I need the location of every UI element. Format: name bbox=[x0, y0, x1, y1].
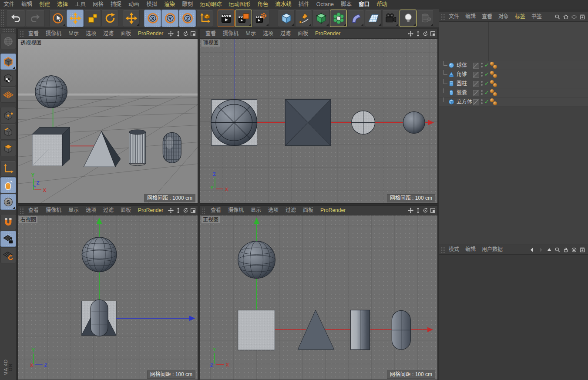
spline-pen-button[interactable] bbox=[295, 10, 312, 27]
history-back-icon[interactable] bbox=[529, 247, 535, 253]
lock-x-axis-button[interactable]: X bbox=[144, 10, 161, 27]
coordinate-system-button[interactable] bbox=[196, 10, 213, 27]
cube-object[interactable] bbox=[32, 127, 70, 166]
convert-object-button[interactable] bbox=[0, 33, 16, 49]
lock-workplane-button[interactable] bbox=[0, 231, 16, 247]
light-button[interactable] bbox=[400, 10, 417, 27]
up-level-icon[interactable] bbox=[546, 247, 552, 253]
tag-dot-icon[interactable] bbox=[493, 83, 497, 87]
deformer-button[interactable] bbox=[347, 10, 364, 27]
move-tool-button[interactable] bbox=[67, 10, 84, 27]
redo-button[interactable] bbox=[26, 10, 45, 27]
pan-view-icon[interactable] bbox=[168, 208, 174, 213]
layer-toggle[interactable] bbox=[473, 72, 479, 78]
model-mode-button[interactable] bbox=[0, 54, 16, 70]
primitive-cube-button[interactable] bbox=[278, 10, 295, 27]
tag-dot-icon[interactable] bbox=[493, 92, 497, 96]
capsule-object[interactable] bbox=[163, 132, 181, 163]
menu-item[interactable]: 插件 bbox=[295, 0, 313, 9]
object-row[interactable]: 球体 ✓ bbox=[439, 61, 588, 70]
cylinder-object[interactable] bbox=[129, 130, 146, 166]
toggle-view-icon[interactable] bbox=[190, 208, 196, 213]
viewport-menu-item[interactable]: 显示 bbox=[242, 30, 259, 38]
viewport-menu-item[interactable]: 查看 bbox=[207, 206, 225, 215]
camera-button[interactable] bbox=[382, 10, 399, 27]
lock-z-axis-button[interactable]: Z bbox=[179, 10, 196, 27]
viewport-menu-item[interactable]: 查看 bbox=[202, 30, 219, 38]
object-manager-empty-area[interactable] bbox=[439, 107, 588, 245]
toggle-view-icon[interactable] bbox=[430, 208, 436, 213]
visibility-dots[interactable] bbox=[481, 90, 483, 95]
viewport-menu-item[interactable]: 摄像机 bbox=[42, 206, 65, 215]
add-panel-icon[interactable] bbox=[579, 247, 585, 253]
rotate-view-icon[interactable] bbox=[423, 31, 428, 37]
object-name[interactable]: 球体 bbox=[457, 61, 467, 70]
solo-mode-button[interactable]: S bbox=[0, 194, 16, 210]
object-name[interactable]: 角锥 bbox=[457, 70, 467, 79]
polygons-mode-button[interactable] bbox=[0, 140, 16, 156]
viewport-menu-item[interactable]: 选项 bbox=[82, 30, 100, 38]
viewport-drag-handle[interactable] bbox=[202, 207, 206, 214]
enabled-check-icon[interactable]: ✓ bbox=[484, 71, 489, 77]
zoom-view-icon[interactable] bbox=[415, 31, 421, 37]
menu-item[interactable]: 创建 bbox=[36, 0, 54, 9]
viewport-menu-item[interactable]: ProRender bbox=[134, 206, 167, 215]
object-row[interactable]: 角锥 ✓ bbox=[439, 70, 588, 79]
live-selection-button[interactable] bbox=[49, 10, 66, 27]
sphere-object[interactable] bbox=[82, 237, 117, 272]
object-row[interactable]: 胶囊 ✓ bbox=[439, 88, 588, 98]
enabled-check-icon[interactable]: ✓ bbox=[484, 89, 489, 96]
viewport-menu-item[interactable]: 摄像机 bbox=[42, 30, 65, 38]
menu-item[interactable]: 编辑 bbox=[18, 0, 36, 9]
zoom-view-icon[interactable] bbox=[175, 31, 181, 37]
layer-toggle[interactable] bbox=[473, 99, 479, 105]
viewport-menu-item[interactable]: 显示 bbox=[247, 206, 265, 215]
object-manager-menu-item[interactable]: 标签 bbox=[512, 13, 528, 21]
viewport-right-canvas[interactable]: 右视图 bbox=[18, 215, 198, 380]
viewport-drag-handle[interactable] bbox=[20, 30, 24, 37]
viewport-menu-item[interactable]: ProRender bbox=[317, 206, 349, 215]
viewport-menu-item[interactable]: 查看 bbox=[25, 206, 42, 215]
capsule-object[interactable] bbox=[91, 299, 108, 336]
last-used-tool-button[interactable] bbox=[123, 10, 140, 27]
floor-environment-button[interactable] bbox=[365, 10, 382, 27]
points-mode-button[interactable] bbox=[0, 107, 16, 123]
search-icon[interactable] bbox=[554, 247, 561, 253]
enabled-check-icon[interactable]: ✓ bbox=[484, 98, 489, 105]
viewport-menu-item[interactable]: 过滤 bbox=[100, 206, 117, 215]
cube-object[interactable] bbox=[238, 310, 275, 350]
menu-item[interactable]: 运动图形 bbox=[225, 0, 254, 9]
mode-toolbar-drag-handle[interactable] bbox=[2, 29, 14, 32]
sphere-object[interactable] bbox=[211, 100, 257, 146]
zoom-view-icon[interactable] bbox=[175, 208, 181, 213]
enable-snap-button[interactable] bbox=[0, 214, 16, 230]
object-manager-menu-item[interactable]: 文件 bbox=[446, 13, 462, 21]
search-icon[interactable] bbox=[554, 14, 561, 20]
object-manager-menu-item[interactable]: 查看 bbox=[479, 13, 495, 21]
viewport-menu-item[interactable]: ProRender bbox=[134, 30, 167, 38]
toggle-view-icon[interactable] bbox=[190, 31, 196, 37]
visibility-dots[interactable] bbox=[481, 63, 483, 67]
render-to-picture-viewer-button[interactable] bbox=[235, 10, 252, 27]
viewport-perspective[interactable]: 查看摄像机显示选项过滤面板ProRender 透视视图 bbox=[17, 29, 198, 204]
viewport-menu-item[interactable]: 面板 bbox=[299, 206, 317, 215]
viewport-menu-item[interactable]: 选项 bbox=[259, 30, 277, 38]
viewport-menu-item[interactable]: ProRender bbox=[312, 30, 344, 38]
pan-view-icon[interactable] bbox=[168, 31, 174, 37]
object-name[interactable]: 立方体 bbox=[457, 98, 472, 106]
add-panel-icon[interactable] bbox=[579, 14, 585, 20]
menu-item[interactable]: 雕刻 bbox=[178, 0, 196, 9]
viewport-menu-item[interactable]: 显示 bbox=[65, 30, 82, 38]
menu-item[interactable]: 角色 bbox=[254, 0, 272, 9]
viewport-menu-item[interactable]: 面板 bbox=[294, 30, 312, 38]
viewport-tool-mouse-button[interactable] bbox=[0, 177, 16, 193]
viewport-menu-item[interactable]: 摄像机 bbox=[219, 30, 242, 38]
tag-dot-icon[interactable] bbox=[493, 101, 497, 105]
viewport-menu-item[interactable]: 面板 bbox=[117, 206, 134, 215]
menu-item[interactable]: 渲染 bbox=[161, 0, 178, 9]
viewport-menu-item[interactable]: 选项 bbox=[265, 206, 282, 215]
attribute-manager-menu-item[interactable]: 用户数据 bbox=[479, 245, 506, 254]
planar-workplane-button[interactable] bbox=[0, 247, 16, 263]
scale-tool-button[interactable] bbox=[84, 10, 101, 27]
attribute-manager-menu-item[interactable]: 模式 bbox=[446, 245, 462, 254]
